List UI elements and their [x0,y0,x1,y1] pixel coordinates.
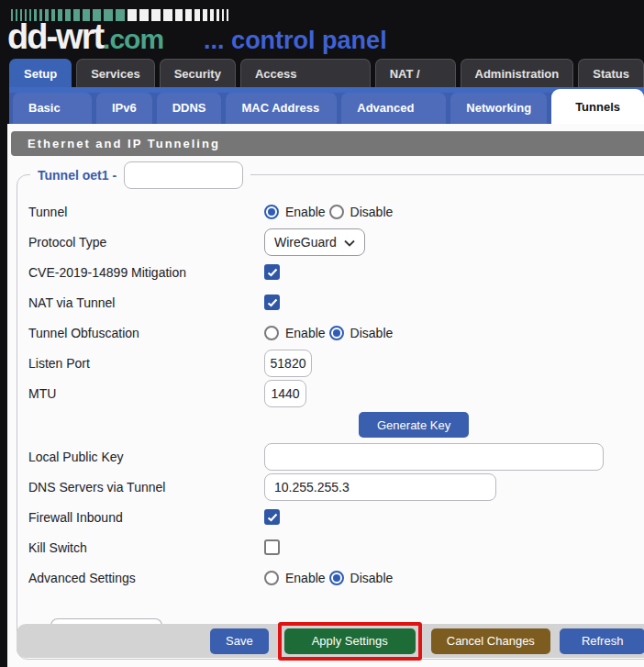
tab-administration[interactable]: Administration [461,59,574,87]
generate-key-button[interactable]: Generate Key [359,412,469,438]
header: dd-wrt .com ... control panel [0,0,644,57]
tab-access-restrictions[interactable]: Access Restrictions [240,59,371,87]
logo-suffix: .com [103,24,163,55]
listen-port-label: Listen Port [28,356,264,371]
tunnel-legend-label: Tunnel oet1 - [38,168,117,183]
tunnel-enable-option-label: Enable [285,205,326,219]
tab-services[interactable]: Services [76,59,155,87]
dns-servers-label: DNS Servers via Tunnel [28,480,264,495]
row-listen-port: Listen Port [28,348,644,378]
row-cve-mitigation: CVE-2019-14899 Mitigation [28,257,644,287]
row-kill-switch: Kill Switch [28,532,644,562]
nat-via-tunnel-label: NAT via Tunnel [28,295,264,310]
listen-port-input[interactable] [264,350,312,377]
tunnel-disable-radio[interactable] [329,205,344,219]
logo: dd-wrt .com ... control panel [7,17,387,57]
advanced-disable-radio[interactable] [329,571,344,585]
obfuscation-disable-option-label: Disable [350,326,394,340]
protocol-type-select[interactable]: WireGuard [264,228,365,256]
row-mtu: MTU [28,378,644,408]
dns-servers-input[interactable] [264,473,496,501]
protocol-type-value: WireGuard [274,235,337,250]
dd-wrt-control-panel: dd-wrt .com ... control panel Setup Serv… [0,0,644,667]
save-button[interactable]: Save [210,628,269,654]
cve-mitigation-checkbox[interactable] [264,264,280,280]
content-area: Ethernet and IP Tunneling Tunnel oet1 - … [7,124,644,667]
tunnel-fieldset: Tunnel oet1 - Tunnel Enable Disable Pr [17,174,644,660]
kill-switch-checkbox[interactable] [264,539,280,555]
obfuscation-enable-radio[interactable] [264,326,279,340]
row-nat-via-tunnel: NAT via Tunnel [28,287,644,317]
row-tunnel: Tunnel Enable Disable [28,196,644,227]
firewall-inbound-label: Firewall Inbound [28,510,264,525]
subtab-mac-address-clone[interactable]: MAC Address Clone [226,93,337,124]
sub-tab-bar: Basic Setup IPv6 DDNS MAC Address Clone … [9,87,644,124]
row-generate-key: Generate Key [28,408,644,441]
tab-setup[interactable]: Setup [9,59,72,87]
local-public-key-label: Local Public Key [28,450,264,464]
logo-text: dd-wrt [7,17,103,57]
mtu-input[interactable] [264,380,306,407]
tab-security[interactable]: Security [160,59,236,87]
apply-settings-highlight-box: Apply Settings [278,622,422,661]
apply-settings-button[interactable]: Apply Settings [284,628,416,654]
row-advanced-settings: Advanced Settings Enable Disable [28,562,644,593]
kill-switch-label: Kill Switch [28,540,264,555]
cancel-changes-button[interactable]: Cancel Changes [431,628,550,654]
obfuscation-disable-radio[interactable] [329,326,344,340]
mtu-label: MTU [28,386,264,401]
local-public-key-input[interactable] [264,443,604,471]
cve-mitigation-label: CVE-2019-14899 Mitigation [28,265,264,280]
chevron-down-icon [344,234,355,250]
tunnel-legend: Tunnel oet1 - [30,161,250,190]
tunnel-disable-option-label: Disable [350,205,394,219]
main-tab-bar: Setup Services Security Access Restricti… [0,57,644,87]
subtab-ipv6[interactable]: IPv6 [96,93,152,124]
tab-nat-qos[interactable]: NAT / QoS [375,59,456,87]
subtab-tunnels[interactable]: Tunnels [551,89,644,124]
logo-tagline: ... control panel [204,27,387,55]
tunnel-enable-radio[interactable] [264,205,279,219]
section-title: Ethernet and IP Tunneling [11,131,644,156]
tab-status[interactable]: Status [578,59,644,87]
protocol-type-label: Protocol Type [28,235,264,250]
subtab-advanced-routing[interactable]: Advanced Routing [341,93,446,124]
row-tunnel-obfuscation: Tunnel Obfuscation Enable Disable [28,317,644,348]
firewall-inbound-checkbox[interactable] [264,509,280,525]
row-local-public-key: Local Public Key [28,441,644,472]
footer-button-bar: Save Apply Settings Cancel Changes Refre… [17,624,644,658]
subtab-networking[interactable]: Networking [450,93,547,124]
advanced-enable-option-label: Enable [285,571,326,585]
row-firewall-inbound: Firewall Inbound [28,502,644,532]
subtab-basic-setup[interactable]: Basic Setup [13,93,92,124]
advanced-settings-label: Advanced Settings [28,571,264,585]
row-dns-servers: DNS Servers via Tunnel [28,472,644,502]
subtab-ddns[interactable]: DDNS [157,93,222,124]
nat-via-tunnel-checkbox[interactable] [264,295,280,310]
advanced-disable-option-label: Disable [350,571,394,585]
tunnel-name-input[interactable] [124,161,243,189]
obfuscation-enable-option-label: Enable [285,326,326,340]
tunnel-label: Tunnel [28,205,264,219]
advanced-enable-radio[interactable] [264,571,279,585]
row-protocol-type: Protocol Type WireGuard [28,227,644,257]
tunnel-obfuscation-label: Tunnel Obfuscation [28,326,264,340]
refresh-button[interactable]: Refresh [560,628,644,654]
